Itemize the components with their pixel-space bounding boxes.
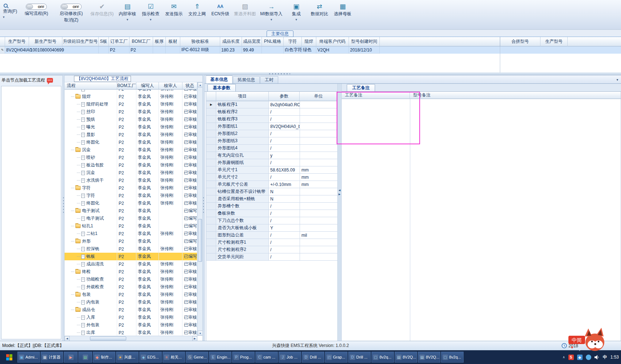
toggle-sublabel[interactable]: 取消(Z) bbox=[64, 17, 78, 23]
collapse-left-icon[interactable]: ◀ bbox=[338, 189, 340, 192]
tree-column-header[interactable]: 状态 bbox=[182, 82, 197, 90]
column-header[interactable]: 终端客户代码 bbox=[316, 37, 349, 46]
tree-row[interactable]: 出库P2李金凤张传刚已审核 bbox=[65, 329, 197, 336]
start-button[interactable] bbox=[1, 350, 17, 364]
chevron-down-icon[interactable]: ▾ bbox=[150, 18, 152, 21]
param-value[interactable]: / bbox=[269, 137, 300, 145]
taskbar-item[interactable]: ▢8v2q... bbox=[441, 352, 464, 363]
tree-row[interactable]: 阻焊P2李金凤张传刚已审核 bbox=[65, 93, 197, 100]
taskbar-item[interactable]: Ccam ... bbox=[255, 352, 278, 363]
main-info-selected-row[interactable]: ✎8V2QH04IA010010800040699P2P2IPC-6012 II… bbox=[0, 46, 621, 54]
param-value[interactable]: / bbox=[269, 210, 300, 217]
param-row[interactable]: 交货单元间距/ bbox=[206, 253, 337, 261]
param-value[interactable]: / bbox=[269, 239, 300, 246]
column-header[interactable]: 生产型号 bbox=[5, 37, 29, 46]
param-row[interactable]: 单元尺寸158.61X85.09mm bbox=[206, 166, 337, 174]
param-row[interactable]: ▶铣板程序18v2qh04ia0.ROU bbox=[206, 101, 337, 108]
taskbar-item[interactable]: ▤8V2Q... bbox=[395, 352, 417, 363]
param-column-header[interactable]: 项目 bbox=[216, 92, 269, 101]
param-row[interactable]: 有无内定位孔y bbox=[206, 152, 337, 159]
tree-row[interactable]: 内包装P2李金凤张传刚已审核 bbox=[65, 298, 197, 306]
tab-overflow-icon[interactable]: ▼ bbox=[616, 78, 619, 82]
param-row[interactable]: 下刀点总个数/ bbox=[206, 217, 337, 224]
column-header[interactable]: 字符 bbox=[284, 37, 302, 46]
param-column-header[interactable]: 参数 bbox=[269, 92, 300, 101]
scroll-left-icon[interactable]: ◀ bbox=[65, 336, 70, 341]
tree-row[interactable]: 丝印P2李金凤张传刚已审核 bbox=[65, 108, 197, 116]
param-splitter[interactable]: ◀ ▶ bbox=[337, 84, 342, 341]
collapse-right-icon[interactable]: ▶ bbox=[338, 193, 340, 196]
taskbar-item[interactable]: PProg... bbox=[232, 352, 255, 363]
column-header[interactable]: 板厚 bbox=[153, 37, 166, 46]
param-row[interactable]: 尺寸检测程序1/ bbox=[206, 239, 337, 246]
taskbar-item[interactable]: ▢8v2q... bbox=[371, 352, 394, 363]
tree-row[interactable]: 外形P2李金凤已编写 bbox=[65, 237, 197, 245]
ime-indicator[interactable]: 中 bbox=[603, 354, 607, 360]
taskbar-item[interactable]: DDrill ... bbox=[302, 352, 324, 363]
chevron-down-icon[interactable]: ▾ bbox=[127, 18, 128, 21]
taskbar-item[interactable]: ◆制作... bbox=[93, 352, 115, 363]
taskbar-item[interactable]: ▶ bbox=[64, 352, 78, 363]
taskbar-clock[interactable]: 1:53 bbox=[610, 355, 619, 360]
param-value[interactable]: 8v2qh04ia0.ROU bbox=[269, 101, 300, 108]
column-header[interactable]: 升级前旧生产型号 bbox=[62, 37, 99, 46]
remark-body[interactable] bbox=[342, 99, 621, 341]
tree-row[interactable]: 铣板P2李金凤已编写 bbox=[65, 253, 197, 260]
tree-row[interactable]: 入库P2李金凤张传刚已审核 bbox=[65, 314, 197, 321]
param-value[interactable]: / bbox=[269, 116, 300, 123]
taskbar-item[interactable]: ▤8V2Q... bbox=[418, 352, 440, 363]
toggle-switch[interactable]: OFF bbox=[26, 4, 47, 10]
column-header[interactable]: 新生产型号 bbox=[29, 37, 62, 46]
tray-app-icon[interactable] bbox=[586, 355, 591, 360]
taskbar-item[interactable]: JJob ... bbox=[279, 352, 301, 363]
taskbar-item[interactable]: DDrill ... bbox=[348, 352, 371, 363]
tree-row[interactable]: 二钻1P2李金凤张传刚已审核 bbox=[65, 230, 197, 237]
param-row[interactable]: 是否采用粗铣+精铣N bbox=[206, 195, 337, 203]
param-value[interactable]: N bbox=[269, 195, 300, 203]
taskbar-item[interactable]: ◰Grap... bbox=[325, 352, 347, 363]
taskbar-item[interactable]: ★兴森... bbox=[116, 352, 139, 363]
tree-horizontal-scrollbar[interactable]: ◀ ▶ bbox=[65, 336, 197, 341]
upload-button[interactable]: ⇑文控上网 bbox=[186, 1, 207, 21]
column-header[interactable]: S板 bbox=[99, 37, 109, 46]
tree-row[interactable]: 功能检查P2李金凤张传刚已审核 bbox=[65, 276, 197, 283]
tree-row[interactable]: 电子测试P2李金凤已编写 bbox=[65, 215, 197, 222]
scrollbar-thumb[interactable] bbox=[198, 219, 202, 262]
param-value[interactable]: / bbox=[269, 108, 300, 116]
select-button[interactable]: ▦选择母板 bbox=[332, 1, 353, 21]
param-value[interactable]: N bbox=[269, 188, 300, 195]
ecn-button[interactable]: AAECN升级 bbox=[210, 1, 231, 21]
flow-list-box[interactable] bbox=[1, 86, 61, 339]
param-value[interactable]: 58.61X85.09 bbox=[269, 166, 300, 174]
column-header[interactable]: BOM工厂 bbox=[129, 37, 153, 46]
printer-button[interactable]: ▤内部审核▾ bbox=[117, 1, 138, 21]
scroll-up-icon[interactable]: ▲ bbox=[198, 82, 203, 87]
send-button[interactable]: ✉发送指示 bbox=[163, 1, 184, 21]
taskbar-item[interactable]: ▣Admi... bbox=[17, 352, 40, 363]
param-value[interactable]: / bbox=[269, 246, 300, 253]
column-header[interactable]: 成品宽度 bbox=[242, 37, 262, 46]
param-value[interactable]: Y bbox=[269, 224, 300, 232]
tree-row[interactable]: 字符P2李金凤张传刚已审核 bbox=[65, 184, 197, 192]
param-row[interactable]: 铣板程序2/ bbox=[206, 108, 337, 116]
scroll-down-icon[interactable]: ▼ bbox=[198, 331, 203, 336]
param-row[interactable]: 图形到边公差/mil bbox=[206, 232, 337, 239]
taskbar-item[interactable]: ▦计算器 bbox=[41, 352, 63, 363]
tree-row[interactable]: 成品清洗P2李金凤张传刚已审核 bbox=[65, 260, 197, 268]
param-row[interactable]: 单元板尺寸公差+/-0.10mmmm bbox=[206, 181, 337, 188]
param-value[interactable]: / bbox=[269, 174, 300, 181]
column-header[interactable]: 成品长度 bbox=[220, 37, 242, 46]
tree-row[interactable]: 曝光P2李金凤张传刚已审核 bbox=[65, 123, 197, 131]
tree-row[interactable]: 成品仓P2李金凤张传刚已审核 bbox=[65, 306, 197, 314]
tab-basic-params[interactable]: 基本参数 bbox=[207, 84, 236, 91]
column-header[interactable]: 订单工厂 bbox=[109, 37, 129, 46]
taskbar-item[interactable]: ≡相关... bbox=[163, 352, 185, 363]
tree-column-header[interactable]: 编写人 bbox=[136, 82, 159, 90]
param-row[interactable]: 外形图纸3/ bbox=[206, 137, 337, 145]
detail-tab[interactable]: 工时 bbox=[260, 76, 278, 83]
column-header[interactable]: 型号创建时间 bbox=[349, 37, 380, 46]
integrate-button[interactable]: ▣集成▾ bbox=[286, 1, 307, 21]
tree-row[interactable]: P2李金凤张传刚已审核 bbox=[65, 90, 197, 93]
tree-column-header[interactable]: 核审人 bbox=[159, 82, 182, 90]
compare-button[interactable]: ⇄数据对比 bbox=[309, 1, 330, 21]
